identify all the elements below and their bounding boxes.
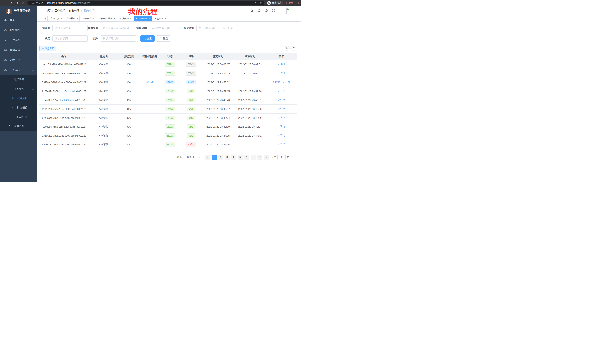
result-tag: 通过 bbox=[187, 98, 195, 102]
reset-button[interactable]: 重置 bbox=[157, 35, 171, 42]
cell-category: OA bbox=[119, 131, 139, 140]
cell-id: 819442e8-7b9a-11ec-a290-acde48001122 bbox=[39, 105, 89, 113]
detail-link[interactable]: 详情 bbox=[278, 125, 285, 128]
detail-link[interactable]: 详情 bbox=[278, 107, 285, 110]
sidebar-menu-item[interactable]: 研发工具 bbox=[0, 55, 37, 65]
help-icon[interactable] bbox=[265, 9, 268, 12]
forward-icon[interactable] bbox=[9, 1, 12, 4]
breadcrumb-item[interactable]: 工作流程 bbox=[55, 9, 65, 12]
monitor-icon bbox=[4, 49, 7, 52]
password-key-icon[interactable] bbox=[254, 1, 257, 4]
page-size-select[interactable]: 10条/页 bbox=[185, 154, 202, 160]
start-process-button[interactable]: 发起流程 bbox=[39, 46, 56, 51]
sidebar-menu-item[interactable]: ⚙系统管理 bbox=[0, 25, 37, 35]
avatar-caret-down-icon[interactable] bbox=[296, 11, 298, 13]
close-tab-icon[interactable]: × bbox=[114, 18, 116, 20]
tag-view-tab[interactable]: 流程表单× bbox=[81, 16, 96, 21]
detail-link[interactable]: 详情 bbox=[278, 143, 285, 146]
sidebar-menu-item[interactable]: 流程管理 bbox=[0, 75, 37, 84]
search-button[interactable]: 搜索 bbox=[140, 35, 155, 42]
cancel-link[interactable]: 取消 bbox=[272, 80, 280, 84]
page-button[interactable]: 6 bbox=[244, 154, 249, 160]
page-button[interactable]: 5 bbox=[238, 154, 243, 160]
back-icon[interactable] bbox=[3, 1, 6, 4]
tab-label: 我的流程 bbox=[138, 17, 147, 20]
sidebar-menu-item[interactable]: 我的流程 bbox=[0, 94, 37, 103]
cell-status: 已完成 bbox=[160, 113, 180, 122]
cell-end-time: 2022-01-22 23:46:53 bbox=[234, 105, 266, 113]
close-tab-icon[interactable]: × bbox=[77, 18, 78, 20]
next-page-button[interactable] bbox=[263, 154, 269, 160]
cell-actions: 详情 bbox=[266, 140, 297, 149]
address-bar[interactable]: 不安全 dashboard.yudao.iocoder.cn/bpm/task/… bbox=[28, 1, 264, 5]
show-search-button[interactable] bbox=[285, 46, 290, 51]
sidebar-menu-item[interactable]: 请假查询 bbox=[0, 122, 37, 131]
detail-link[interactable]: 详情 bbox=[278, 72, 285, 75]
detail-link[interactable]: 详情 bbox=[283, 80, 290, 84]
status-select[interactable]: 请选择状态 bbox=[52, 35, 88, 42]
bookmark-star-icon[interactable] bbox=[260, 1, 262, 4]
detail-link[interactable]: 详情 bbox=[278, 63, 285, 66]
tag-view-tab[interactable]: 流程模型× bbox=[65, 16, 80, 21]
close-tab-icon[interactable]: × bbox=[149, 18, 150, 20]
page-button[interactable]: 11 bbox=[257, 154, 262, 160]
close-tab-icon[interactable]: × bbox=[165, 18, 166, 20]
sidebar-fold-icon[interactable] bbox=[39, 9, 42, 13]
github-icon[interactable] bbox=[257, 9, 261, 12]
cell-process-name: OA 请假 bbox=[89, 60, 119, 69]
breadcrumb-item[interactable]: 任务管理 bbox=[69, 9, 80, 12]
refresh-table-button[interactable] bbox=[291, 46, 296, 51]
fullscreen-icon[interactable] bbox=[272, 9, 275, 12]
menu-item-label: 请假查询 bbox=[14, 125, 24, 128]
tag-view-tab[interactable]: 流程定义× bbox=[49, 16, 64, 21]
jump-page-input[interactable] bbox=[278, 154, 286, 160]
sidebar: 芋道管理系统 首页⚙系统管理¥支付管理基础设施研发工具工作流程流程管理任务管理我… bbox=[0, 6, 37, 182]
page-button[interactable]: 3 bbox=[225, 154, 230, 160]
close-tab-icon[interactable]: × bbox=[60, 18, 62, 20]
category-select[interactable]: 请选择流程分类 bbox=[149, 25, 183, 31]
page-button[interactable]: 4 bbox=[231, 154, 236, 160]
tag-view-tab[interactable]: 发起流程× bbox=[153, 16, 168, 21]
cell-id: 03c6c157-7b9a-11ec-a290-acde48001122 bbox=[39, 140, 89, 149]
close-tab-icon[interactable]: × bbox=[93, 18, 94, 20]
tag-view-tab[interactable]: 我的流程× bbox=[134, 16, 152, 21]
tag-view-tab[interactable]: 首页 bbox=[40, 16, 48, 21]
table-row: 52ffd28e-7b9a-11ec-a290-acde48001122OA 请… bbox=[39, 122, 297, 131]
more-pages-button[interactable] bbox=[250, 154, 256, 160]
submit-time-range-picker[interactable]: 开始日期 - 结束日期 bbox=[197, 25, 238, 31]
cell-end-time bbox=[234, 140, 266, 149]
avatar[interactable] bbox=[286, 7, 293, 14]
prev-page-button[interactable] bbox=[205, 154, 210, 160]
browser-update-button[interactable]: 更新 bbox=[286, 1, 299, 5]
page-content: 流程名 所属流程 流程分类 请选择流程分类 bbox=[37, 21, 300, 182]
result-select[interactable]: 请选择流结果 bbox=[101, 35, 136, 42]
tag-view-tab[interactable]: 用户分组× bbox=[118, 16, 133, 21]
sidebar-menu-item[interactable]: 已办任务 bbox=[0, 112, 37, 122]
detail-link[interactable]: 详情 bbox=[278, 134, 285, 137]
home-icon[interactable] bbox=[21, 1, 25, 4]
process-def-input[interactable] bbox=[101, 25, 136, 31]
cell-id: 7470a810-7b9b-11ec-b5b7-acde48001122 bbox=[39, 69, 89, 78]
gear-icon: ⚙ bbox=[4, 29, 7, 31]
tag-view-tab[interactable]: 流程表单-编辑× bbox=[97, 16, 117, 21]
sidebar-menu-item[interactable]: 工作流程 bbox=[0, 65, 37, 75]
page-button[interactable]: 1 bbox=[211, 154, 217, 160]
breadcrumb-item[interactable]: 首页 bbox=[45, 9, 50, 12]
sidebar-menu-item[interactable]: 基础设施 bbox=[0, 45, 37, 55]
detail-link[interactable]: 详情 bbox=[278, 89, 285, 93]
search-icon[interactable] bbox=[250, 9, 253, 12]
browser-menu-dots-icon[interactable] bbox=[295, 1, 297, 4]
page-button[interactable]: 2 bbox=[218, 154, 223, 160]
cell-end-time: 2022-01-22 23:45:37 bbox=[234, 122, 266, 131]
font-size-icon[interactable]: TT bbox=[279, 9, 282, 12]
reload-icon[interactable] bbox=[15, 1, 18, 4]
process-name-input[interactable] bbox=[52, 25, 88, 31]
task-link[interactable]: 一级审批 bbox=[144, 81, 155, 84]
close-tab-icon[interactable]: × bbox=[130, 18, 131, 20]
detail-link[interactable]: 详情 bbox=[278, 116, 285, 119]
sidebar-menu-item[interactable]: ¥支付管理 bbox=[0, 35, 37, 45]
sidebar-menu-item[interactable]: 首页 bbox=[0, 15, 37, 25]
sidebar-menu-item[interactable]: 待办任务 bbox=[0, 103, 37, 112]
sidebar-menu-item[interactable]: 任务管理 bbox=[0, 84, 37, 94]
detail-link[interactable]: 详情 bbox=[278, 98, 285, 102]
